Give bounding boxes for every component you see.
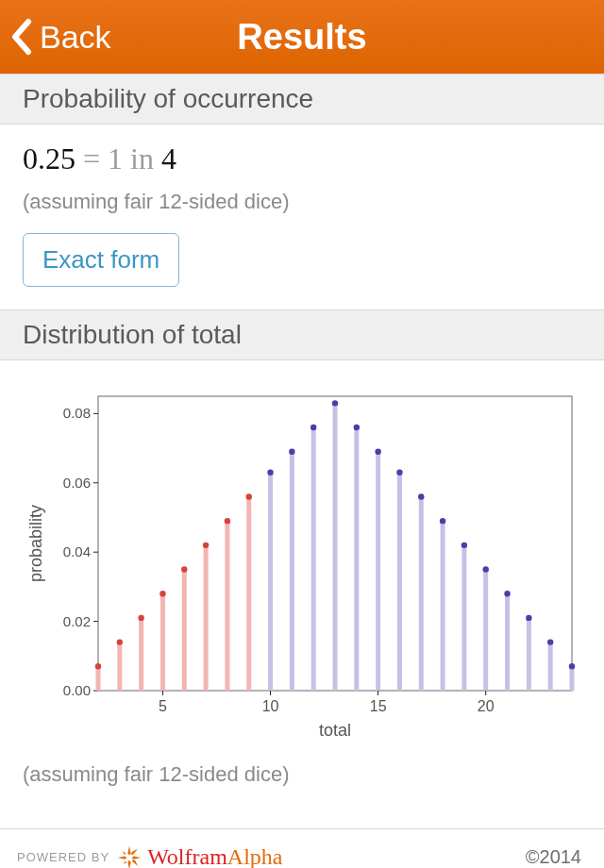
wolfram-burst-icon [117,845,142,869]
svg-rect-33 [246,496,251,691]
svg-point-54 [461,542,467,548]
svg-point-26 [159,591,165,596]
svg-rect-37 [290,452,294,691]
svg-marker-73 [121,860,126,866]
section-header-probability: Probability of occurrence [0,74,604,125]
svg-rect-25 [160,593,165,691]
svg-text:0.08: 0.08 [63,405,91,421]
svg-text:10: 10 [262,698,279,714]
in-literal: in [123,142,161,175]
section-body-probability: 0.25 = 1 in 4 (assuming fair 12-sided di… [0,125,604,309]
svg-rect-27 [182,570,187,691]
svg-text:20: 20 [478,698,495,714]
svg-text:probability: probability [26,505,45,582]
exact-form-button[interactable]: Exact form [23,233,179,287]
svg-point-64 [569,663,575,669]
svg-rect-21 [117,643,122,691]
svg-point-58 [504,591,510,596]
svg-point-24 [138,615,143,621]
svg-point-44 [354,425,360,430]
svg-point-20 [95,663,101,669]
svg-rect-31 [225,521,229,691]
svg-point-22 [117,639,123,644]
probability-value: 0.25 = 1 in 4 [23,142,581,176]
svg-point-28 [181,566,187,572]
prob-decimal: 0.25 [23,142,76,175]
svg-point-52 [440,518,445,524]
svg-point-36 [267,470,273,476]
svg-rect-45 [376,452,380,691]
svg-rect-29 [204,545,209,691]
svg-rect-55 [483,570,488,691]
equals-sign: = [76,142,108,175]
assumption-note-2: (assuming fair 12-sided dice) [23,762,581,787]
svg-rect-61 [548,643,553,691]
brand-wolfram: Wolfram [147,844,227,868]
svg-point-56 [483,566,489,572]
svg-rect-49 [419,496,424,691]
svg-marker-71 [131,849,138,855]
svg-marker-67 [128,845,131,855]
svg-marker-70 [118,856,127,859]
svg-rect-19 [96,666,101,691]
svg-point-42 [332,400,338,406]
svg-rect-53 [461,545,466,691]
svg-rect-41 [333,403,338,691]
back-button[interactable]: Back [9,0,111,74]
svg-marker-68 [132,856,142,859]
footer: POWERED BY WolframAlpha ©2014 [0,829,604,868]
svg-point-48 [396,470,402,476]
svg-marker-74 [121,849,126,855]
svg-point-40 [310,425,316,430]
svg-point-32 [225,518,230,524]
svg-rect-59 [527,618,531,691]
svg-marker-72 [132,859,138,865]
section-header-distribution: Distribution of total [0,309,604,360]
back-label: Back [40,19,111,56]
app-header: Back Results [0,0,604,74]
svg-point-38 [289,449,294,455]
svg-rect-47 [397,473,402,691]
one-literal: 1 [108,142,123,175]
svg-point-60 [526,615,531,621]
distribution-chart: 0.000.020.040.060.085101520totalprobabil… [23,377,581,749]
chevron-left-icon [9,18,32,56]
svg-rect-57 [505,593,510,691]
assumption-note-1: (assuming fair 12-sided dice) [23,190,581,214]
svg-point-34 [246,493,252,499]
svg-rect-23 [139,618,143,691]
section-body-distribution: 0.000.020.040.060.085101520totalprobabil… [0,360,604,810]
brand-alpha: Alpha [227,844,283,868]
svg-text:0.02: 0.02 [63,613,91,629]
svg-text:5: 5 [159,698,167,714]
svg-rect-43 [354,427,359,691]
svg-point-30 [203,542,209,548]
svg-point-50 [418,493,424,499]
svg-text:0.06: 0.06 [63,475,91,491]
brand-text: WolframAlpha [147,844,282,868]
svg-rect-35 [268,473,273,691]
svg-text:0.00: 0.00 [63,682,91,698]
svg-text:15: 15 [370,698,387,714]
svg-rect-51 [441,521,445,691]
prob-int: 4 [161,142,176,175]
copyright: ©2014 [526,846,581,868]
powered-by-label: POWERED BY [17,850,109,864]
svg-text:total: total [319,721,351,740]
chart-svg: 0.000.020.040.060.085101520totalprobabil… [23,387,581,745]
svg-rect-39 [311,427,316,691]
wolfram-alpha-logo: WolframAlpha [117,844,282,868]
powered-by: POWERED BY WolframAlpha [17,844,282,868]
svg-marker-69 [128,860,131,868]
svg-text:0.04: 0.04 [63,543,91,559]
svg-rect-63 [570,666,575,691]
svg-point-46 [375,449,380,455]
svg-point-62 [547,639,553,644]
